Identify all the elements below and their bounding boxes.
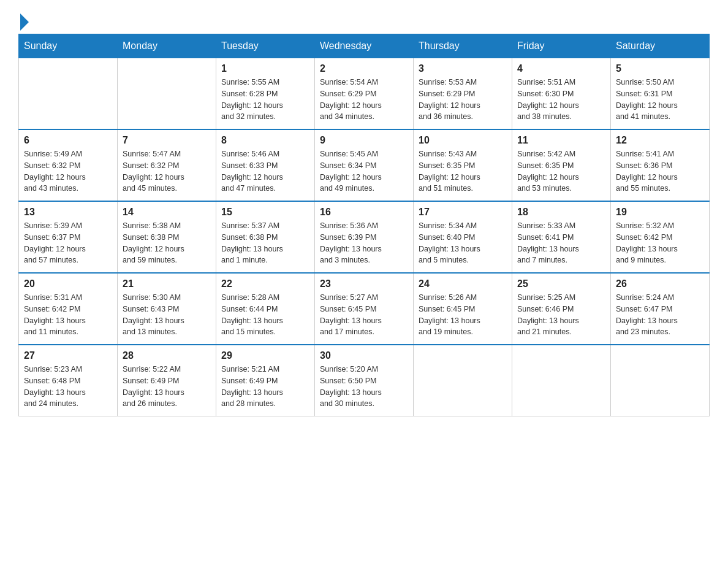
day-number: 9 xyxy=(320,135,408,146)
weekday-header-friday: Friday xyxy=(512,34,611,58)
day-number: 2 xyxy=(320,63,408,74)
calendar-cell: 28Sunrise: 5:22 AMSunset: 6:49 PMDayligh… xyxy=(118,345,216,416)
calendar-week-1: 1Sunrise: 5:55 AMSunset: 6:28 PMDaylight… xyxy=(19,58,710,130)
weekday-header-saturday: Saturday xyxy=(611,34,710,58)
day-info: Sunrise: 5:30 AMSunset: 6:43 PMDaylight:… xyxy=(123,292,211,338)
calendar-cell: 5Sunrise: 5:50 AMSunset: 6:31 PMDaylight… xyxy=(611,58,710,130)
day-info: Sunrise: 5:45 AMSunset: 6:34 PMDaylight:… xyxy=(320,148,408,194)
day-info: Sunrise: 5:25 AMSunset: 6:46 PMDaylight:… xyxy=(517,292,605,338)
day-number: 25 xyxy=(517,278,605,289)
day-info: Sunrise: 5:32 AMSunset: 6:42 PMDaylight:… xyxy=(616,220,704,266)
calendar-cell: 22Sunrise: 5:28 AMSunset: 6:44 PMDayligh… xyxy=(216,273,315,345)
calendar-week-4: 20Sunrise: 5:31 AMSunset: 6:42 PMDayligh… xyxy=(19,273,710,345)
calendar-cell: 19Sunrise: 5:32 AMSunset: 6:42 PMDayligh… xyxy=(611,201,710,273)
day-info: Sunrise: 5:39 AMSunset: 6:37 PMDaylight:… xyxy=(24,220,112,266)
day-number: 21 xyxy=(123,278,211,289)
calendar-week-3: 13Sunrise: 5:39 AMSunset: 6:37 PMDayligh… xyxy=(19,201,710,273)
day-info: Sunrise: 5:31 AMSunset: 6:42 PMDaylight:… xyxy=(24,292,112,338)
day-info: Sunrise: 5:27 AMSunset: 6:45 PMDaylight:… xyxy=(320,292,408,338)
calendar-cell: 8Sunrise: 5:46 AMSunset: 6:33 PMDaylight… xyxy=(216,129,315,201)
day-number: 10 xyxy=(419,135,507,146)
day-number: 4 xyxy=(517,63,605,74)
calendar-cell: 13Sunrise: 5:39 AMSunset: 6:37 PMDayligh… xyxy=(19,201,118,273)
calendar-week-2: 6Sunrise: 5:49 AMSunset: 6:32 PMDaylight… xyxy=(19,129,710,201)
calendar-cell: 7Sunrise: 5:47 AMSunset: 6:32 PMDaylight… xyxy=(118,129,216,201)
day-number: 28 xyxy=(123,350,211,361)
day-info: Sunrise: 5:33 AMSunset: 6:41 PMDaylight:… xyxy=(517,220,605,266)
calendar-cell: 18Sunrise: 5:33 AMSunset: 6:41 PMDayligh… xyxy=(512,201,611,273)
calendar-cell: 15Sunrise: 5:37 AMSunset: 6:38 PMDayligh… xyxy=(216,201,315,273)
day-number: 22 xyxy=(221,278,309,289)
calendar-cell: 3Sunrise: 5:53 AMSunset: 6:29 PMDaylight… xyxy=(414,58,512,130)
day-info: Sunrise: 5:37 AMSunset: 6:38 PMDaylight:… xyxy=(221,220,309,266)
day-number: 19 xyxy=(616,207,704,218)
calendar-cell: 17Sunrise: 5:34 AMSunset: 6:40 PMDayligh… xyxy=(414,201,512,273)
day-info: Sunrise: 5:23 AMSunset: 6:48 PMDaylight:… xyxy=(24,364,112,410)
calendar-week-5: 27Sunrise: 5:23 AMSunset: 6:48 PMDayligh… xyxy=(19,345,710,416)
day-info: Sunrise: 5:51 AMSunset: 6:30 PMDaylight:… xyxy=(517,77,605,123)
calendar-cell xyxy=(512,345,611,416)
day-info: Sunrise: 5:55 AMSunset: 6:28 PMDaylight:… xyxy=(221,77,309,123)
day-number: 23 xyxy=(320,278,408,289)
day-number: 30 xyxy=(320,350,408,361)
day-number: 12 xyxy=(616,135,704,146)
calendar-cell xyxy=(118,58,216,130)
day-number: 27 xyxy=(24,350,112,361)
calendar-cell: 2Sunrise: 5:54 AMSunset: 6:29 PMDaylight… xyxy=(315,58,414,130)
calendar-cell: 30Sunrise: 5:20 AMSunset: 6:50 PMDayligh… xyxy=(315,345,414,416)
page-header xyxy=(18,12,710,28)
calendar-cell: 11Sunrise: 5:42 AMSunset: 6:35 PMDayligh… xyxy=(512,129,611,201)
logo-triangle-icon xyxy=(20,13,29,31)
day-info: Sunrise: 5:47 AMSunset: 6:32 PMDaylight:… xyxy=(123,148,211,194)
calendar-cell: 20Sunrise: 5:31 AMSunset: 6:42 PMDayligh… xyxy=(19,273,118,345)
weekday-header-row: SundayMondayTuesdayWednesdayThursdayFrid… xyxy=(19,34,710,58)
day-info: Sunrise: 5:50 AMSunset: 6:31 PMDaylight:… xyxy=(616,77,704,123)
calendar-cell xyxy=(414,345,512,416)
weekday-header-tuesday: Tuesday xyxy=(216,34,315,58)
calendar-cell: 4Sunrise: 5:51 AMSunset: 6:30 PMDaylight… xyxy=(512,58,611,130)
day-number: 15 xyxy=(221,207,309,218)
calendar-cell: 14Sunrise: 5:38 AMSunset: 6:38 PMDayligh… xyxy=(118,201,216,273)
day-number: 26 xyxy=(616,278,704,289)
day-info: Sunrise: 5:54 AMSunset: 6:29 PMDaylight:… xyxy=(320,77,408,123)
day-info: Sunrise: 5:28 AMSunset: 6:44 PMDaylight:… xyxy=(221,292,309,338)
day-number: 11 xyxy=(517,135,605,146)
day-number: 8 xyxy=(221,135,309,146)
calendar-cell: 9Sunrise: 5:45 AMSunset: 6:34 PMDaylight… xyxy=(315,129,414,201)
calendar-cell: 24Sunrise: 5:26 AMSunset: 6:45 PMDayligh… xyxy=(414,273,512,345)
weekday-header-monday: Monday xyxy=(118,34,216,58)
day-number: 13 xyxy=(24,207,112,218)
calendar-cell xyxy=(19,58,118,130)
calendar-cell: 10Sunrise: 5:43 AMSunset: 6:35 PMDayligh… xyxy=(414,129,512,201)
day-info: Sunrise: 5:53 AMSunset: 6:29 PMDaylight:… xyxy=(419,77,507,123)
day-number: 14 xyxy=(123,207,211,218)
calendar-cell: 29Sunrise: 5:21 AMSunset: 6:49 PMDayligh… xyxy=(216,345,315,416)
calendar-cell: 27Sunrise: 5:23 AMSunset: 6:48 PMDayligh… xyxy=(19,345,118,416)
weekday-header-sunday: Sunday xyxy=(19,34,118,58)
day-number: 18 xyxy=(517,207,605,218)
calendar-cell: 25Sunrise: 5:25 AMSunset: 6:46 PMDayligh… xyxy=(512,273,611,345)
day-info: Sunrise: 5:21 AMSunset: 6:49 PMDaylight:… xyxy=(221,364,309,410)
day-info: Sunrise: 5:42 AMSunset: 6:35 PMDaylight:… xyxy=(517,148,605,194)
calendar-table: SundayMondayTuesdayWednesdayThursdayFrid… xyxy=(18,34,710,416)
day-info: Sunrise: 5:49 AMSunset: 6:32 PMDaylight:… xyxy=(24,148,112,194)
calendar-cell: 12Sunrise: 5:41 AMSunset: 6:36 PMDayligh… xyxy=(611,129,710,201)
day-number: 29 xyxy=(221,350,309,361)
calendar-cell: 21Sunrise: 5:30 AMSunset: 6:43 PMDayligh… xyxy=(118,273,216,345)
day-number: 3 xyxy=(419,63,507,74)
calendar-cell: 16Sunrise: 5:36 AMSunset: 6:39 PMDayligh… xyxy=(315,201,414,273)
day-number: 17 xyxy=(419,207,507,218)
day-info: Sunrise: 5:36 AMSunset: 6:39 PMDaylight:… xyxy=(320,220,408,266)
day-info: Sunrise: 5:43 AMSunset: 6:35 PMDaylight:… xyxy=(419,148,507,194)
calendar-cell xyxy=(611,345,710,416)
day-info: Sunrise: 5:34 AMSunset: 6:40 PMDaylight:… xyxy=(419,220,507,266)
day-info: Sunrise: 5:20 AMSunset: 6:50 PMDaylight:… xyxy=(320,364,408,410)
calendar-cell: 6Sunrise: 5:49 AMSunset: 6:32 PMDaylight… xyxy=(19,129,118,201)
day-info: Sunrise: 5:38 AMSunset: 6:38 PMDaylight:… xyxy=(123,220,211,266)
day-number: 7 xyxy=(123,135,211,146)
day-info: Sunrise: 5:22 AMSunset: 6:49 PMDaylight:… xyxy=(123,364,211,410)
day-info: Sunrise: 5:26 AMSunset: 6:45 PMDaylight:… xyxy=(419,292,507,338)
day-number: 20 xyxy=(24,278,112,289)
day-number: 1 xyxy=(221,63,309,74)
calendar-cell: 26Sunrise: 5:24 AMSunset: 6:47 PMDayligh… xyxy=(611,273,710,345)
